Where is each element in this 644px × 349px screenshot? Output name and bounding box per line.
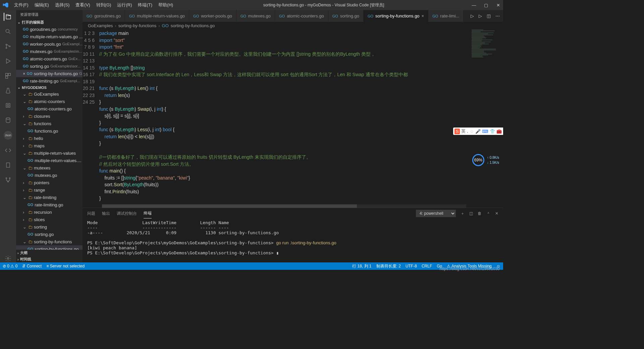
- menu-item[interactable]: 运行(R): [114, 1, 135, 9]
- ime-skin-icon[interactable]: 👕: [490, 129, 495, 134]
- folder-item[interactable]: ›🗀 closures: [16, 112, 83, 120]
- editor-tab[interactable]: GOatomic-counters.go: [275, 10, 328, 22]
- panel-tab[interactable]: 输出: [102, 209, 110, 218]
- git-graph-icon[interactable]: [4, 176, 12, 184]
- run-debug-icon[interactable]: [4, 57, 12, 65]
- menu-item[interactable]: 编辑(E): [32, 1, 52, 9]
- folder-item[interactable]: ⌄🗀 multiple-return-values: [16, 149, 83, 157]
- minimap[interactable]: [470, 29, 503, 69]
- open-editor-item[interactable]: GO mutexes.go GoExamples\m...: [16, 48, 83, 55]
- file-item[interactable]: GO functions.go: [16, 127, 83, 135]
- panel-tab[interactable]: 终端: [144, 208, 152, 218]
- breadcrumb-item[interactable]: GoExamples: [88, 23, 113, 28]
- terminal-selector[interactable]: 4: powershell: [416, 210, 456, 217]
- nuget-icon[interactable]: [4, 101, 12, 109]
- json-icon[interactable]: Json: [4, 131, 12, 140]
- run-icon[interactable]: ▷: [479, 13, 482, 18]
- folder-item[interactable]: ⌄🗀 mutexes: [16, 164, 83, 171]
- open-editor-item[interactable]: GO atomic-counters.go GoEx...: [16, 55, 83, 62]
- folder-item[interactable]: ›🗀 hello: [16, 135, 83, 142]
- menu-item[interactable]: 选择(S): [52, 1, 72, 9]
- status-item[interactable]: 制表符长度: 2: [376, 263, 401, 269]
- status-item[interactable]: CRLF: [422, 264, 432, 268]
- open-editor-item[interactable]: GO multiple-return-values.go ...: [16, 33, 83, 40]
- folder-item[interactable]: ›🗀 slices: [16, 216, 83, 223]
- status-item[interactable]: ⊘ 0 ⚠ 0: [3, 264, 17, 268]
- run-icon[interactable]: ▷: [471, 13, 474, 18]
- menu-item[interactable]: 转到(G): [94, 1, 114, 9]
- split-editor-icon[interactable]: ◫: [487, 13, 491, 18]
- menu-item[interactable]: 终端(T): [135, 1, 155, 9]
- folder-item[interactable]: ›🗀 pointers: [16, 179, 83, 186]
- code-icon[interactable]: [4, 146, 12, 154]
- breadcrumb-item[interactable]: sorting-by-functions.go: [171, 23, 215, 28]
- close-tab-icon[interactable]: ×: [422, 13, 424, 18]
- editor-tab[interactable]: GOmutexes.go: [236, 10, 275, 22]
- status-item[interactable]: ≡ Server not selected: [46, 264, 85, 268]
- search-icon[interactable]: [4, 28, 12, 36]
- extensions-icon[interactable]: [4, 72, 12, 80]
- close-button[interactable]: ✕: [496, 3, 500, 8]
- open-editor-item[interactable]: GO worker-pools.go GoExampl...: [16, 40, 83, 48]
- folder-item[interactable]: ›🗀 recursion: [16, 208, 83, 216]
- maximize-panel-icon[interactable]: ＾: [486, 211, 490, 216]
- ime-mic-icon[interactable]: 🎤: [475, 129, 481, 134]
- panel-tab[interactable]: 调试控制台: [117, 209, 137, 218]
- panel-tab[interactable]: 问题: [87, 209, 95, 218]
- ime-tool-icon[interactable]: 🧰: [496, 129, 502, 134]
- more-icon[interactable]: ⋯: [495, 13, 500, 18]
- folder-item[interactable]: ⌄🗀 GoExamples: [16, 90, 83, 98]
- ime-toolbar[interactable]: S 英 , ☺ 🎤 ⌨ 👕 🧰: [453, 128, 503, 135]
- status-item[interactable]: 行 18, 列 1: [352, 263, 371, 269]
- bookmark-icon[interactable]: [4, 161, 12, 169]
- ime-keyboard-icon[interactable]: ⌨: [482, 129, 488, 134]
- network-widget[interactable]: 69% ↑ 0.8K/s ↓ 1.5K/s: [472, 154, 499, 166]
- menu-item[interactable]: 查看(V): [73, 1, 93, 9]
- folder-item[interactable]: ›🗀 maps: [16, 142, 83, 149]
- folder-item[interactable]: ⌄🗀 functions: [16, 120, 83, 127]
- test-icon[interactable]: [4, 87, 12, 95]
- horizontal-scrollbar[interactable]: [102, 204, 466, 208]
- status-item[interactable]: UTF-8: [406, 264, 417, 268]
- ime-emoji-icon[interactable]: ☺: [470, 129, 474, 134]
- project-section[interactable]: ⌄MYGODEMOS: [16, 85, 83, 90]
- file-item[interactable]: GO mutexes.go: [16, 171, 83, 179]
- menu-item[interactable]: 帮助(H): [156, 1, 176, 9]
- ime-lang[interactable]: 英 ,: [461, 128, 468, 134]
- editor-tab[interactable]: GOgoroutines.go: [83, 10, 125, 22]
- maximize-button[interactable]: ▢: [484, 3, 488, 8]
- open-editor-item[interactable]: GO sorting.go GoExamples\sor...: [16, 62, 83, 70]
- open-editors-section[interactable]: ⌄打开的编辑器: [16, 19, 83, 26]
- terminal[interactable]: Mode LastWriteTime Length Name ---- ----…: [83, 219, 503, 262]
- kill-terminal-icon[interactable]: 🗑: [478, 211, 482, 216]
- editor-tab[interactable]: GOmultiple-return-values.go: [125, 10, 189, 22]
- database-icon[interactable]: [4, 116, 12, 124]
- settings-gear-icon[interactable]: [4, 254, 12, 262]
- minimize-button[interactable]: —: [472, 3, 476, 8]
- file-item[interactable]: GO rate-limiting.go: [16, 201, 83, 208]
- folder-item[interactable]: ⌄🗀 sorting: [16, 223, 83, 231]
- sidebar-section[interactable]: ›大纲: [16, 250, 83, 256]
- explorer-icon[interactable]: [4, 13, 12, 21]
- status-item[interactable]: ⇵ Connect: [22, 264, 42, 268]
- file-item[interactable]: GO sorting.go: [16, 231, 83, 238]
- editor-tab[interactable]: GOsorting-by-functions.go×: [364, 10, 428, 22]
- open-editor-item[interactable]: × GO sorting-by-functions.go G...: [16, 70, 83, 77]
- file-item[interactable]: GO atomic-counters.go: [16, 105, 83, 112]
- close-panel-icon[interactable]: ✕: [495, 211, 498, 216]
- new-terminal-icon[interactable]: ＋: [461, 211, 465, 216]
- file-item[interactable]: GO sorting-by-functions.go: [16, 245, 83, 250]
- sidebar-section[interactable]: ›时间线: [16, 256, 83, 262]
- folder-item[interactable]: ›🗀 range: [16, 186, 83, 194]
- menu-item[interactable]: 文件(F): [11, 1, 31, 9]
- file-item[interactable]: GO multiple-return-values....: [16, 157, 83, 164]
- editor-tab[interactable]: GOworker-pools.go: [189, 10, 236, 22]
- code-editor[interactable]: 1 2 3 4 5 6 7 8 9 10 11 12 13 14 15 16 1…: [83, 29, 503, 208]
- editor-tab[interactable]: GOsorting.go: [328, 10, 364, 22]
- breadcrumb-item[interactable]: sorting-by-functions: [118, 23, 156, 28]
- folder-item[interactable]: ⌄🗀 rate-limiting: [16, 194, 83, 201]
- breadcrumb[interactable]: GoExamples›sorting-by-functions›GO sorti…: [83, 22, 503, 29]
- open-editor-item[interactable]: GO rate-limiting.go GoExampl...: [16, 77, 83, 85]
- split-terminal-icon[interactable]: ◫: [469, 211, 473, 216]
- source-control-icon[interactable]: [4, 42, 12, 50]
